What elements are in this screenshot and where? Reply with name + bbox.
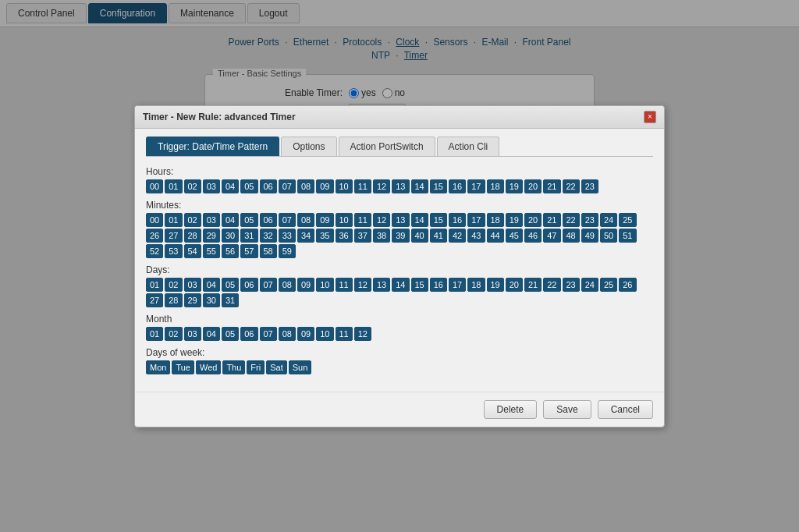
minute-item-48[interactable]: 48 [563,229,580,243]
minute-item-56[interactable]: 56 [222,244,239,258]
minute-item-51[interactable]: 51 [619,229,636,243]
minute-item-35[interactable]: 35 [316,229,333,243]
day-item-16[interactable]: 16 [430,278,447,292]
minute-item-28[interactable]: 28 [184,229,201,243]
hour-item-21[interactable]: 21 [543,179,560,193]
minute-item-46[interactable]: 46 [524,229,542,243]
minute-item-50[interactable]: 50 [600,229,617,243]
day-item-26[interactable]: 26 [619,278,636,292]
hour-item-10[interactable]: 10 [336,179,353,193]
minute-item-54[interactable]: 54 [184,244,201,258]
day-item-27[interactable]: 27 [146,293,163,307]
day-item-07[interactable]: 07 [260,278,277,292]
day-item-04[interactable]: 04 [203,278,220,292]
minute-item-13[interactable]: 13 [392,213,409,227]
minute-item-16[interactable]: 16 [449,213,466,227]
minute-item-23[interactable]: 23 [581,213,598,227]
day-item-08[interactable]: 08 [279,278,296,292]
minute-item-38[interactable]: 38 [373,229,390,243]
minute-item-22[interactable]: 22 [563,213,580,227]
minute-item-15[interactable]: 15 [430,213,447,227]
hour-item-14[interactable]: 14 [411,179,428,193]
day-item-01[interactable]: 01 [146,278,163,292]
hour-item-20[interactable]: 20 [524,179,542,193]
day-item-15[interactable]: 15 [411,278,428,292]
minute-item-58[interactable]: 58 [260,244,277,258]
hour-item-22[interactable]: 22 [563,179,580,193]
minute-item-26[interactable]: 26 [146,229,163,243]
day-item-19[interactable]: 19 [487,278,504,292]
minute-item-40[interactable]: 40 [411,229,428,243]
minute-item-06[interactable]: 06 [260,213,277,227]
hour-item-02[interactable]: 02 [184,179,201,193]
minute-item-55[interactable]: 55 [203,244,220,258]
minute-item-57[interactable]: 57 [240,244,257,258]
minute-item-53[interactable]: 53 [165,244,182,258]
minute-item-09[interactable]: 09 [316,213,333,227]
hour-item-09[interactable]: 09 [316,179,333,193]
tab-options[interactable]: Options [281,137,336,156]
hour-item-05[interactable]: 05 [240,179,257,193]
hour-item-23[interactable]: 23 [581,179,598,193]
day-item-22[interactable]: 22 [543,278,560,292]
hour-item-03[interactable]: 03 [203,179,220,193]
day-item-14[interactable]: 14 [392,278,409,292]
day-item-13[interactable]: 13 [373,278,390,292]
modal-close-button[interactable]: × [644,111,656,123]
day-item-21[interactable]: 21 [524,278,542,292]
day-item-02[interactable]: 02 [165,278,182,292]
minute-item-43[interactable]: 43 [467,229,485,243]
minute-item-27[interactable]: 27 [165,229,182,243]
minute-item-59[interactable]: 59 [279,244,296,258]
day-item-03[interactable]: 03 [184,278,201,292]
minute-item-49[interactable]: 49 [581,229,598,243]
minute-item-41[interactable]: 41 [430,229,447,243]
minute-item-47[interactable]: 47 [543,229,560,243]
minute-item-52[interactable]: 52 [146,244,163,258]
hour-item-08[interactable]: 08 [297,179,314,193]
day-item-31[interactable]: 31 [222,293,239,307]
hour-item-01[interactable]: 01 [165,179,182,193]
tab-trigger[interactable]: Trigger: Date/Time Pattern [146,137,279,156]
day-item-25[interactable]: 25 [600,278,617,292]
hour-item-19[interactable]: 19 [506,179,523,193]
day-item-30[interactable]: 30 [203,293,220,307]
minute-item-02[interactable]: 02 [184,213,201,227]
minute-item-03[interactable]: 03 [203,213,220,227]
day-item-24[interactable]: 24 [581,278,598,292]
day-item-12[interactable]: 12 [354,278,371,292]
minute-item-07[interactable]: 07 [279,213,296,227]
minute-item-32[interactable]: 32 [260,229,277,243]
hour-item-18[interactable]: 18 [487,179,504,193]
minute-item-14[interactable]: 14 [411,213,428,227]
minute-item-01[interactable]: 01 [165,213,182,227]
minute-item-29[interactable]: 29 [203,229,220,243]
hour-item-15[interactable]: 15 [430,179,447,193]
minute-item-19[interactable]: 19 [506,213,523,227]
hour-item-06[interactable]: 06 [260,179,277,193]
minute-item-24[interactable]: 24 [600,213,617,227]
minute-item-18[interactable]: 18 [487,213,504,227]
hour-item-17[interactable]: 17 [467,179,485,193]
minute-item-00[interactable]: 00 [146,213,163,227]
tab-action-portswitch[interactable]: Action PortSwitch [339,137,435,156]
tab-action-cli[interactable]: Action Cli [437,137,500,156]
day-item-10[interactable]: 10 [316,278,333,292]
hour-item-11[interactable]: 11 [354,179,371,193]
day-item-20[interactable]: 20 [506,278,523,292]
hour-item-00[interactable]: 00 [146,179,163,193]
hour-item-07[interactable]: 07 [279,179,296,193]
hour-item-04[interactable]: 04 [222,179,239,193]
minute-item-36[interactable]: 36 [336,229,353,243]
day-item-23[interactable]: 23 [563,278,580,292]
minute-item-11[interactable]: 11 [354,213,371,227]
minute-item-10[interactable]: 10 [336,213,353,227]
day-item-05[interactable]: 05 [222,278,239,292]
minute-item-05[interactable]: 05 [240,213,257,227]
minute-item-39[interactable]: 39 [392,229,409,243]
minute-item-25[interactable]: 25 [619,213,636,227]
day-item-09[interactable]: 09 [297,278,314,292]
minute-item-20[interactable]: 20 [524,213,542,227]
minute-item-44[interactable]: 44 [487,229,504,243]
minute-item-08[interactable]: 08 [297,213,314,227]
